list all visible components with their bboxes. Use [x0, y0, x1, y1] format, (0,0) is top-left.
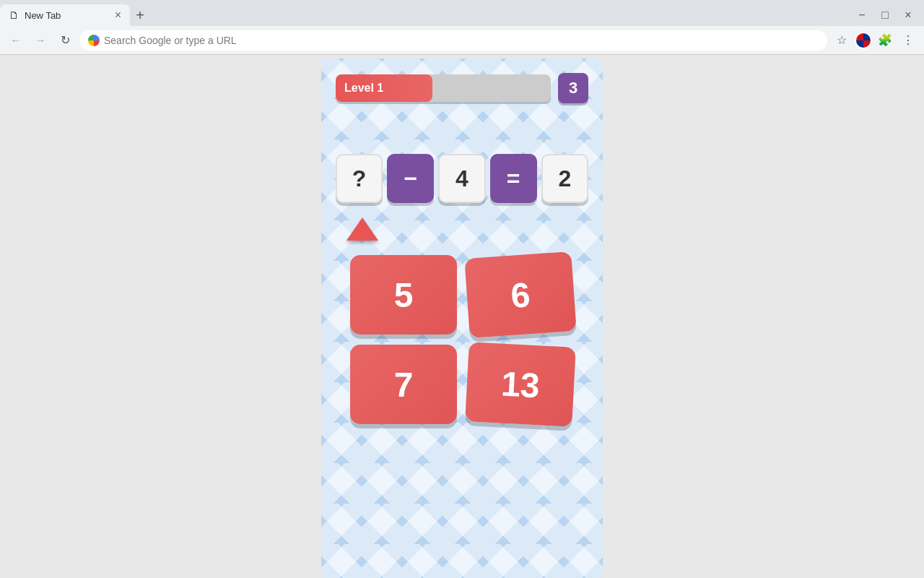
answer-tile-7[interactable]: 7: [350, 345, 457, 424]
tab-favicon: 🗋: [9, 9, 19, 21]
down-arrow-icon: [346, 217, 378, 241]
browser-window: 🗋 New Tab × + − □ × ← → ↻ Search Google …: [0, 0, 924, 578]
number-4-tile[interactable]: 4: [438, 154, 485, 203]
tab-title: New Tab: [25, 10, 109, 21]
reload-button[interactable]: ↻: [55, 30, 75, 51]
back-button[interactable]: ←: [6, 30, 26, 51]
tab-close-button[interactable]: ×: [115, 9, 121, 21]
arrow-indicator: [336, 217, 588, 241]
game-content: Level 1 3 ? − 4 = 2: [321, 59, 603, 439]
answer-grid: 5 6 7 13: [336, 255, 588, 424]
address-text: Search Google or type a URL: [104, 35, 237, 46]
equation-row: ? − 4 = 2: [336, 154, 588, 203]
google-icon: [88, 35, 100, 46]
page-content: Level 1 3 ? − 4 = 2: [0, 55, 924, 578]
address-bar[interactable]: Search Google or type a URL: [79, 30, 827, 51]
answer-tile-13[interactable]: 13: [465, 342, 576, 427]
new-tab-button[interactable]: +: [130, 5, 150, 25]
minus-operator-tile[interactable]: −: [387, 154, 434, 203]
tab-bar: 🗋 New Tab × + − □ ×: [0, 0, 924, 26]
equals-operator-tile[interactable]: =: [490, 154, 537, 203]
question-tile[interactable]: ?: [336, 154, 383, 203]
forward-button[interactable]: →: [30, 30, 51, 51]
level-progress-bg: Level 1: [336, 74, 551, 102]
game-container: Level 1 3 ? − 4 = 2: [321, 59, 603, 578]
level-bar-container: Level 1 3: [336, 73, 588, 103]
menu-button[interactable]: ⋮: [898, 30, 918, 51]
level-progress-fill: Level 1: [336, 74, 432, 102]
level-label: Level 1: [344, 82, 383, 95]
maximize-button[interactable]: □: [875, 5, 895, 25]
active-tab[interactable]: 🗋 New Tab ×: [0, 4, 130, 26]
omnibox-bar: ← → ↻ Search Google or type a URL ☆ 🧩 ⋮: [0, 26, 924, 55]
level-counter: 3: [558, 73, 588, 103]
minimize-button[interactable]: −: [852, 5, 872, 25]
close-button[interactable]: ×: [898, 5, 918, 25]
extensions-button[interactable]: 🧩: [875, 30, 895, 51]
profile-icon[interactable]: [855, 32, 872, 49]
answer-tile-5[interactable]: 5: [350, 255, 457, 335]
chrome-actions: ☆ 🧩 ⋮: [832, 30, 918, 51]
answer-tile-6[interactable]: 6: [464, 251, 576, 338]
number-2-tile[interactable]: 2: [541, 154, 588, 203]
bookmark-button[interactable]: ☆: [832, 30, 852, 51]
